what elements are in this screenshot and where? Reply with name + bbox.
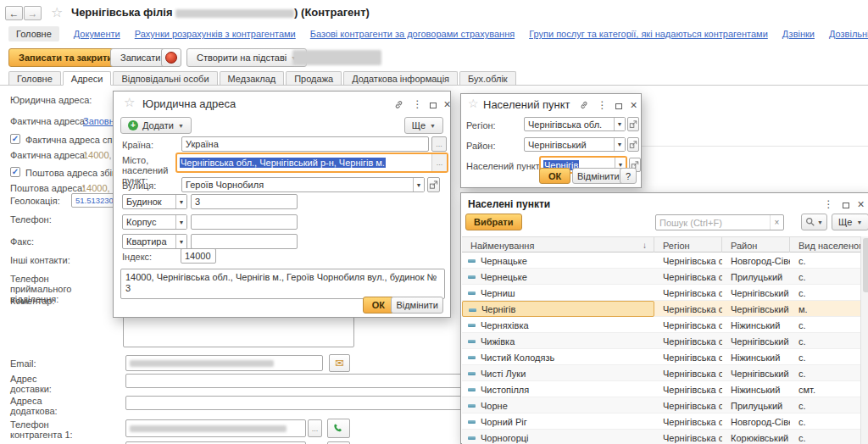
- cell-district[interactable]: Ніжинський: [722, 381, 790, 397]
- maximize-icon[interactable]: [426, 98, 440, 112]
- cell-name[interactable]: Чисті Луки: [462, 365, 654, 381]
- tab-medical[interactable]: Медзаклад: [220, 71, 285, 86]
- nav-link-calls[interactable]: Дзвінки: [782, 29, 815, 39]
- cell-type[interactable]: м.: [790, 301, 860, 317]
- nav-link-accounts[interactable]: Рахунки розрахунків з контрагентами: [135, 29, 296, 39]
- nav-link-permits[interactable]: Дозвільні документи: [829, 29, 868, 39]
- clear-search-icon[interactable]: ×: [770, 215, 783, 230]
- cell-district[interactable]: Прилуцький: [722, 397, 790, 413]
- settlement-row[interactable]: Чорногорці Чернігівська обл. Корюківськи…: [462, 430, 860, 444]
- index-field[interactable]: 14000: [181, 248, 216, 264]
- cell-name[interactable]: Чистий Колодязь: [462, 349, 654, 365]
- cell-type[interactable]: с.: [790, 333, 860, 349]
- nav-link-documents[interactable]: Документи: [74, 29, 120, 39]
- cell-name[interactable]: Чорний Ріг: [462, 413, 654, 430]
- more-menu-icon[interactable]: ⋮: [821, 197, 836, 211]
- save-and-close-button[interactable]: Записати та закрити: [8, 48, 123, 67]
- favorite-star-icon[interactable]: ☆: [51, 7, 63, 19]
- cell-district[interactable]: Новгород-Сівер...: [722, 253, 790, 269]
- select-button[interactable]: Вибрати: [465, 214, 522, 230]
- add-button[interactable]: +Додати▼: [120, 117, 192, 134]
- chevron-down-icon[interactable]: ▼: [175, 195, 186, 208]
- dialog-favorite-star-icon[interactable]: ☆: [124, 97, 135, 108]
- settlement-row[interactable]: Чистопілля Чернігівська обл. Ніжинський …: [462, 381, 860, 397]
- close-icon[interactable]: ×: [626, 98, 641, 112]
- tab-additional-info[interactable]: Додаткова інформація: [343, 71, 458, 86]
- building-number-field[interactable]: 3: [191, 194, 298, 209]
- email-field[interactable]: [125, 355, 323, 371]
- help-button[interactable]: ?: [620, 168, 637, 184]
- vertical-scrollbar[interactable]: [860, 236, 868, 444]
- settlement-row[interactable]: Черняхівка Чернігівська обл. Ніжинський …: [462, 317, 860, 333]
- street-open-button[interactable]: [427, 177, 440, 192]
- cancel-button[interactable]: Відмінити: [572, 168, 625, 184]
- dialog-favorite-star-icon[interactable]: ☆: [468, 97, 479, 109]
- cell-district[interactable]: Чернігівський: [722, 333, 790, 349]
- cell-district[interactable]: Чернігівський: [722, 301, 790, 317]
- search-options-button[interactable]: ▼: [801, 214, 827, 230]
- cell-district[interactable]: Новгород-Сівер...: [722, 413, 790, 430]
- settlement-row[interactable]: Чистий Колодязь Чернігівська обл. Ніжинс…: [462, 349, 860, 365]
- column-header-region[interactable]: Регіон: [654, 237, 722, 253]
- cell-district[interactable]: Ніжинський: [722, 349, 790, 365]
- cell-type[interactable]: с.: [790, 430, 860, 444]
- more-menu-icon[interactable]: ⋮: [410, 97, 425, 111]
- column-header-type[interactable]: Вид населеного...: [790, 237, 860, 253]
- country-field[interactable]: Україна: [181, 136, 429, 152]
- district-open-button[interactable]: [627, 137, 639, 152]
- cell-region[interactable]: Чернігівська обл.: [654, 333, 722, 349]
- country-dots-button[interactable]: ...: [431, 136, 447, 152]
- delivery-address-field[interactable]: [125, 374, 465, 388]
- cell-region[interactable]: Чернігівська обл.: [654, 413, 722, 430]
- cell-name[interactable]: Черняхівка: [462, 317, 654, 333]
- nav-tab-main[interactable]: Головне: [8, 26, 59, 42]
- send-email-button[interactable]: ✉: [329, 354, 350, 372]
- cell-district[interactable]: Корюківський: [722, 430, 790, 444]
- chevron-down-icon[interactable]: ▼: [175, 235, 186, 248]
- cancel-button[interactable]: Відмінити: [391, 297, 443, 314]
- maximize-icon[interactable]: [611, 99, 626, 113]
- cell-region[interactable]: Чернігівська обл.: [654, 301, 722, 317]
- cell-name[interactable]: Черниш: [462, 285, 654, 301]
- call-button[interactable]: [327, 419, 350, 438]
- cell-name[interactable]: Чернацьке: [462, 253, 654, 269]
- cell-type[interactable]: смт.: [790, 381, 860, 397]
- column-header-name[interactable]: Найменування ↓: [462, 237, 654, 253]
- ok-button[interactable]: ОК: [363, 297, 394, 314]
- cell-name[interactable]: Чернігів: [462, 301, 654, 317]
- cell-type[interactable]: с.: [790, 253, 860, 269]
- contractor-phone-field[interactable]: [125, 419, 306, 437]
- street-field[interactable]: Героїв Чорнобиля ▼: [181, 177, 425, 192]
- tab-accounting[interactable]: Бух.облік: [459, 71, 516, 86]
- copy-link-icon[interactable]: [392, 97, 406, 111]
- additional-address-field[interactable]: [125, 396, 465, 410]
- nav-link-base-contractors[interactable]: Базові контрагенти за договорами страхув…: [310, 29, 515, 39]
- more-button[interactable]: Ще▼: [832, 214, 868, 230]
- apartment-number-field[interactable]: [191, 234, 298, 249]
- city-dots-button[interactable]: ...: [431, 154, 447, 171]
- city-field[interactable]: Чернігівська обл., Чернігівський р-н, Че…: [175, 153, 448, 173]
- back-button[interactable]: ←: [5, 6, 23, 20]
- mark-deletion-icon-button[interactable]: [161, 48, 181, 67]
- cell-region[interactable]: Чернігівська обл.: [654, 430, 722, 444]
- cell-type[interactable]: с.: [790, 349, 860, 365]
- cell-name[interactable]: Чистопілля: [462, 381, 654, 397]
- create-based-on-button[interactable]: Створити на підставі▼: [186, 48, 307, 67]
- ok-button[interactable]: ОК: [539, 168, 570, 184]
- block-number-field[interactable]: [191, 214, 298, 230]
- settlement-row[interactable]: Чернацьке Чернігівська обл. Новгород-Сів…: [462, 253, 860, 269]
- cell-region[interactable]: Чернігівська обл.: [654, 397, 722, 413]
- cell-region[interactable]: Чернігівська обл.: [654, 269, 722, 285]
- full-address-textarea[interactable]: 14000, Чернігівська обл., Чернігів м., Г…: [120, 269, 445, 299]
- tab-main[interactable]: Головне: [8, 71, 61, 86]
- block-type-combo[interactable]: Корпус▼: [122, 214, 187, 230]
- settlement-row[interactable]: Чорне Чернігівська обл. Прилуцький с.: [462, 397, 860, 413]
- cell-district[interactable]: Чернігівський: [722, 365, 790, 381]
- phone-dots-button[interactable]: ...: [308, 419, 322, 437]
- cell-region[interactable]: Чернігівська обл.: [654, 381, 722, 397]
- column-header-district[interactable]: Район: [722, 237, 790, 253]
- cell-region[interactable]: Чернігівська обл.: [654, 253, 722, 269]
- actual-address-matches-checkbox[interactable]: ✓: [10, 134, 20, 144]
- cell-name[interactable]: Чорне: [462, 397, 654, 413]
- copy-link-icon[interactable]: [576, 98, 591, 112]
